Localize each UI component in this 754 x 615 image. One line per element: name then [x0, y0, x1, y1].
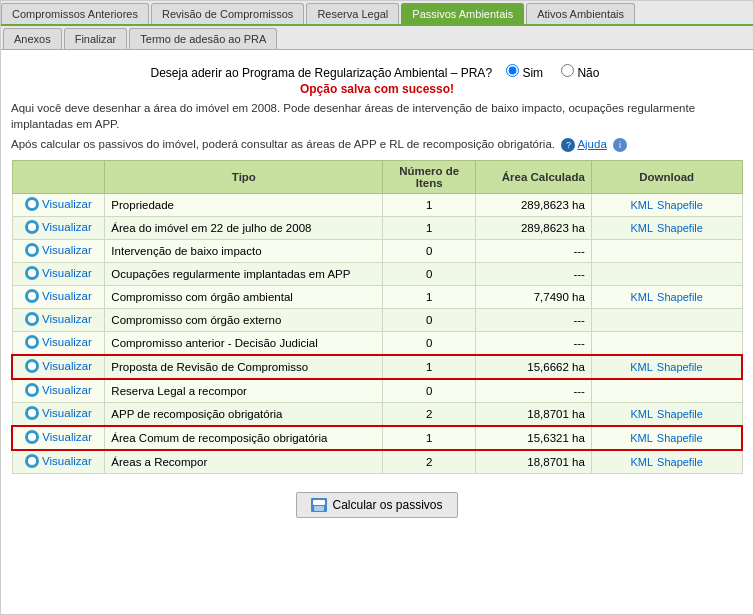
visualizar-label: Visualizar — [42, 431, 92, 443]
table-header-row: Tipo Número de Itens Área Calculada Down… — [12, 161, 742, 194]
cell-visualizar: Visualizar — [12, 240, 105, 263]
svg-point-35 — [31, 460, 34, 463]
eye-icon — [25, 312, 39, 326]
success-message: Opção salva com sucesso! — [11, 82, 743, 96]
tab-reviso-de-compromissos[interactable]: Revisão de Compromissos — [151, 3, 304, 24]
table-row: VisualizarReserva Legal a recompor0--- — [12, 379, 742, 403]
cell-num-itens: 0 — [383, 263, 476, 286]
table-row: VisualizarPropriedade1289,8623 haKMLShap… — [12, 194, 742, 217]
kml-link[interactable]: KML — [630, 222, 653, 234]
kml-link[interactable]: KML — [630, 408, 653, 420]
svg-point-18 — [26, 336, 38, 348]
svg-point-34 — [29, 458, 35, 464]
info-circle-icon[interactable]: i — [613, 138, 627, 152]
eye-icon — [25, 406, 39, 420]
tab-reserva-legal[interactable]: Reserva Legal — [306, 3, 399, 24]
svg-point-2 — [31, 203, 34, 206]
table-row: VisualizarCompromisso anterior - Decisão… — [12, 332, 742, 356]
kml-link[interactable]: KML — [630, 456, 653, 468]
cell-tipo: Área Comum de recomposição obrigatória — [105, 426, 383, 450]
header-download: Download — [591, 161, 742, 194]
info-text-2: Após calcular os passivos do imóvel, pod… — [11, 136, 743, 152]
help-question-icon[interactable]: ? — [561, 138, 575, 152]
shapefile-link[interactable]: Shapefile — [657, 456, 703, 468]
tab2-anexos[interactable]: Anexos — [3, 28, 62, 49]
cell-area-calculada: 18,8701 ha — [476, 450, 592, 474]
cell-num-itens: 1 — [383, 217, 476, 240]
tab2-finalizar[interactable]: Finalizar — [64, 28, 128, 49]
kml-link[interactable]: KML — [630, 199, 653, 211]
shapefile-link[interactable]: Shapefile — [657, 408, 703, 420]
visualizar-label: Visualizar — [42, 384, 92, 396]
cell-download: KMLShapefile — [591, 450, 742, 474]
cell-num-itens: 1 — [383, 355, 476, 379]
shapefile-link[interactable]: Shapefile — [657, 361, 703, 373]
tab-passivos-ambientais[interactable]: Passivos Ambientais — [401, 3, 524, 24]
visualizar-button[interactable]: Visualizar — [25, 266, 92, 280]
eye-icon — [25, 266, 39, 280]
cell-num-itens: 0 — [383, 332, 476, 356]
kml-link[interactable]: KML — [630, 361, 653, 373]
cell-tipo: Compromisso anterior - Decisão Judicial — [105, 332, 383, 356]
svg-point-8 — [31, 249, 34, 252]
visualizar-button[interactable]: Visualizar — [25, 383, 92, 397]
visualizar-label: Visualizar — [42, 407, 92, 419]
svg-point-15 — [26, 313, 38, 325]
header-area-calculada: Área Calculada — [476, 161, 592, 194]
eye-icon — [25, 454, 39, 468]
table-row: VisualizarOcupações regularmente implant… — [12, 263, 742, 286]
visualizar-button[interactable]: Visualizar — [25, 430, 92, 444]
visualizar-button[interactable]: Visualizar — [25, 197, 92, 211]
svg-point-24 — [26, 384, 38, 396]
cell-download — [591, 332, 742, 356]
svg-point-26 — [31, 389, 34, 392]
shapefile-link[interactable]: Shapefile — [657, 432, 703, 444]
tab-ativos-ambientais[interactable]: Ativos Ambientais — [526, 3, 635, 24]
help-link[interactable]: Ajuda — [577, 138, 606, 150]
kml-link[interactable]: KML — [630, 291, 653, 303]
svg-point-32 — [31, 436, 34, 439]
visualizar-button[interactable]: Visualizar — [25, 335, 92, 349]
cell-visualizar: Visualizar — [12, 403, 105, 427]
visualizar-button[interactable]: Visualizar — [25, 454, 92, 468]
cell-visualizar: Visualizar — [12, 309, 105, 332]
visualizar-button[interactable]: Visualizar — [25, 289, 92, 303]
visualizar-label: Visualizar — [42, 267, 92, 279]
visualizar-label: Visualizar — [42, 290, 92, 302]
tab-compromissos-anteriores[interactable]: Compromissos Anteriores — [1, 3, 149, 24]
cell-download: KMLShapefile — [591, 426, 742, 450]
table-row: VisualizarCompromisso com órgão ambienta… — [12, 286, 742, 309]
shapefile-link[interactable]: Shapefile — [657, 291, 703, 303]
cell-download: KMLShapefile — [591, 217, 742, 240]
cell-download: KMLShapefile — [591, 403, 742, 427]
cell-download: KMLShapefile — [591, 355, 742, 379]
visualizar-label: Visualizar — [42, 244, 92, 256]
cell-visualizar: Visualizar — [12, 332, 105, 356]
svg-point-22 — [29, 363, 35, 369]
shapefile-link[interactable]: Shapefile — [657, 199, 703, 211]
table-row: VisualizarAPP de recomposição obrigatóri… — [12, 403, 742, 427]
shapefile-link[interactable]: Shapefile — [657, 222, 703, 234]
svg-point-17 — [31, 318, 34, 321]
visualizar-button[interactable]: Visualizar — [25, 359, 92, 373]
cell-visualizar: Visualizar — [12, 355, 105, 379]
visualizar-button[interactable]: Visualizar — [25, 312, 92, 326]
calc-passivos-button[interactable]: Calcular os passivos — [296, 492, 457, 518]
cell-visualizar: Visualizar — [12, 194, 105, 217]
eye-icon — [25, 335, 39, 349]
tab2-termo-de-adeso-ao-pra[interactable]: Termo de adesão ao PRA — [129, 28, 277, 49]
pra-nao-label[interactable]: Não — [561, 66, 599, 80]
visualizar-button[interactable]: Visualizar — [25, 220, 92, 234]
table-row: VisualizarCompromisso com órgão externo0… — [12, 309, 742, 332]
pra-sim-label[interactable]: Sim — [506, 66, 546, 80]
cell-area-calculada: --- — [476, 240, 592, 263]
pra-nao-radio[interactable] — [561, 64, 574, 77]
kml-link[interactable]: KML — [630, 432, 653, 444]
cell-tipo: Proposta de Revisão de Compromisso — [105, 355, 383, 379]
cell-area-calculada: --- — [476, 379, 592, 403]
pra-sim-radio[interactable] — [506, 64, 519, 77]
cell-visualizar: Visualizar — [12, 263, 105, 286]
svg-point-27 — [26, 407, 38, 419]
visualizar-button[interactable]: Visualizar — [25, 406, 92, 420]
visualizar-button[interactable]: Visualizar — [25, 243, 92, 257]
